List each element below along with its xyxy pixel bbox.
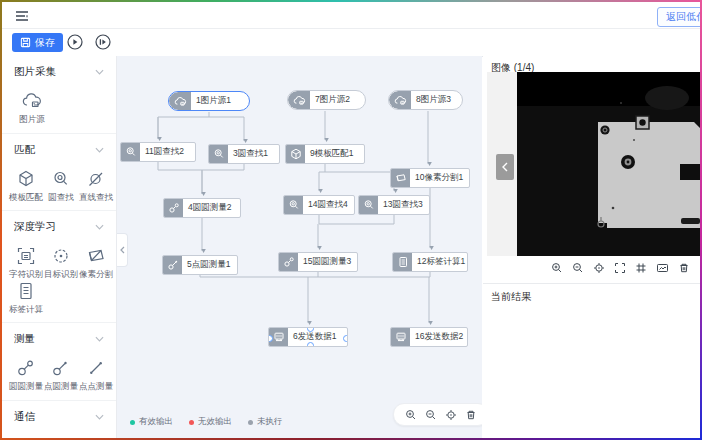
node-edges [117, 56, 482, 438]
circle-circle-icon [279, 253, 298, 271]
selection-handle-right[interactable] [343, 335, 348, 342]
node-circle-find-4[interactable]: 14圆查找4 [283, 195, 355, 215]
send-data-icon [22, 436, 42, 439]
cloud-image-icon [389, 91, 411, 109]
section-header-communication[interactable]: 通信 [2, 406, 116, 426]
sidebar-item-char-recognition[interactable]: 字符识别 [9, 246, 43, 279]
item-label: 像素分割 [79, 270, 113, 279]
node-circle-circle-measure-3[interactable]: 15圆圆测量3 [278, 252, 358, 272]
zoom-out-icon[interactable] [572, 262, 584, 274]
sidebar-item-circle-circle-measure[interactable]: 圆圆测量 [9, 358, 43, 391]
fit-image-icon[interactable] [656, 262, 669, 274]
node-circle-find-2[interactable]: 11圆查找2 [120, 142, 196, 162]
point-point-icon [86, 358, 106, 378]
node-label: 4圆圆测量2 [183, 202, 236, 214]
inspection-image [517, 72, 700, 256]
menu-icon[interactable] [14, 8, 30, 24]
sidebar-item-line-find[interactable]: 直线查找 [79, 169, 113, 202]
section-header-deep-learning[interactable]: 深度学习 [2, 216, 116, 236]
node-point-circle-measure-1[interactable]: 5点圆测量1 [162, 255, 238, 275]
segment-box-icon [86, 246, 106, 266]
node-label: 7图片源2 [310, 94, 355, 106]
legend-label: 无效输出 [198, 416, 232, 428]
sidebar-item-circle-find[interactable]: 圆查找 [44, 169, 78, 202]
app-window: 返回低代 保存 图片采集 [0, 0, 702, 440]
flow-canvas[interactable]: 1图片源1 7图片源2 8图片源3 11圆查找2 3圆查找1 [117, 56, 482, 438]
sidebar-item-image-source[interactable]: 图片源 [15, 91, 49, 124]
node-label-calculation-1[interactable]: 12标签计算1 [392, 252, 468, 272]
zoom-out-icon[interactable] [425, 409, 437, 421]
item-label: 字符识别 [9, 270, 43, 279]
item-label: 标签计算 [9, 305, 43, 314]
segment-box-icon [391, 169, 410, 187]
node-label: 3圆查找1 [228, 148, 273, 160]
gray-dot [248, 420, 253, 425]
node-label: 9模板匹配1 [305, 148, 358, 160]
fullscreen-icon[interactable] [614, 262, 626, 274]
node-label: 10像素分割1 [410, 172, 468, 184]
sidebar-item-template-match[interactable]: 模板匹配 [9, 169, 43, 202]
send-data-icon [391, 328, 410, 346]
fit-view-icon[interactable] [445, 409, 457, 421]
node-label: 13圆查找3 [378, 199, 428, 211]
section-title: 图片采集 [14, 65, 56, 79]
circle-search-icon [359, 196, 378, 214]
ocr-icon [16, 246, 36, 266]
selection-handle-bottom[interactable] [307, 342, 314, 347]
save-icon [20, 37, 31, 48]
item-label: 目标识别 [44, 270, 78, 279]
delete-icon[interactable] [465, 409, 477, 421]
save-button[interactable]: 保存 [12, 33, 63, 52]
node-pixel-segmentation-1[interactable]: 10像素分割1 [390, 168, 470, 188]
section-title: 通信 [14, 410, 35, 424]
sidebar-section-deep-learning: 深度学习 字符识别 目标识别 [2, 211, 116, 323]
node-circle-find-1[interactable]: 3圆查找1 [208, 144, 280, 164]
chevron-down-icon [95, 147, 104, 153]
node-send-data-2[interactable]: 16发送数据2 [390, 327, 468, 347]
node-label: 16发送数据2 [410, 331, 467, 343]
grid-icon[interactable] [635, 262, 647, 274]
sidebar-item-point-circle-measure[interactable]: 点圆测量 [44, 358, 78, 391]
sidebar-item-object-recognition[interactable]: 目标识别 [44, 246, 78, 279]
node-label: 8图片源3 [411, 94, 456, 106]
node-image-source-2[interactable]: 7图片源2 [287, 90, 366, 110]
section-header-image-capture[interactable]: 图片采集 [2, 61, 116, 81]
circle-search-icon [284, 196, 303, 214]
result-panel: 图像 (1/4) [483, 56, 700, 438]
item-label: 点圆测量 [44, 382, 78, 391]
item-label: 圆查找 [48, 193, 74, 202]
circle-search-icon [121, 143, 140, 161]
node-circle-circle-measure-2[interactable]: 4圆圆测量2 [163, 198, 241, 218]
back-to-lowcode-button[interactable]: 返回低代 [657, 7, 702, 27]
run-button[interactable] [66, 33, 84, 51]
zoom-in-icon[interactable] [405, 409, 417, 421]
node-image-source-1[interactable]: 1图片源1 [168, 91, 250, 111]
node-template-match-1[interactable]: 9模板匹配1 [285, 144, 365, 164]
delete-icon[interactable] [678, 262, 690, 274]
section-title: 测量 [14, 332, 35, 346]
label-doc-icon [393, 253, 412, 271]
chevron-down-icon [95, 336, 104, 342]
node-image-source-3[interactable]: 8图片源3 [388, 90, 463, 110]
locate-icon[interactable] [593, 262, 605, 274]
current-result-title: 当前结果 [491, 290, 531, 304]
node-label: 6发送数据1 [288, 331, 341, 343]
node-circle-find-3[interactable]: 13圆查找3 [358, 195, 430, 215]
section-header-matching[interactable]: 匹配 [2, 139, 116, 159]
chevron-left-icon [502, 162, 508, 172]
item-label: 圆圆测量 [9, 382, 43, 391]
sidebar-item-label-calculation[interactable]: 标签计算 [9, 281, 43, 314]
cloud-image-icon [169, 92, 191, 110]
sidebar-item-pixel-segmentation[interactable]: 像素分割 [79, 246, 113, 279]
sidebar-item-send-data[interactable] [15, 436, 49, 439]
label-doc-icon [16, 281, 36, 301]
sidebar-item-point-point-measure[interactable]: 点点测量 [79, 358, 113, 391]
green-dot [130, 420, 135, 425]
sidebar-collapse-handle[interactable] [117, 233, 128, 267]
node-send-data-1[interactable]: 6发送数据1 [268, 327, 348, 347]
zoom-in-icon[interactable] [551, 262, 563, 274]
step-run-button[interactable] [94, 33, 112, 51]
section-header-measurement[interactable]: 测量 [2, 328, 116, 348]
section-title: 匹配 [14, 143, 35, 157]
image-prev-button[interactable] [496, 154, 514, 180]
